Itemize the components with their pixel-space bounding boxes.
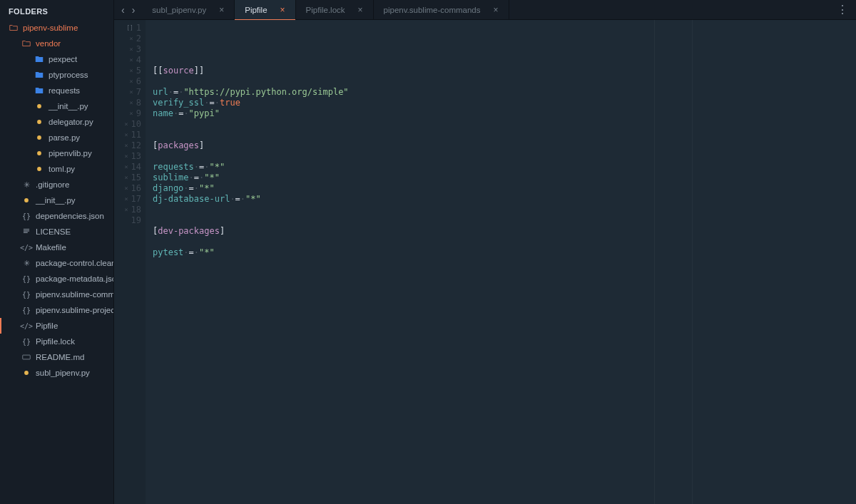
svg-point-4 <box>37 167 41 171</box>
py-icon <box>21 368 31 378</box>
main-area: ‹ › subl_pipenv.py×Pipfile×Pipfile.lock×… <box>114 0 856 504</box>
fold-icon[interactable]: [] <box>126 23 133 34</box>
code-line[interactable] <box>153 205 856 215</box>
code-line[interactable]: verify_ssl·=·true <box>153 98 856 108</box>
tree-item-toml-py[interactable]: toml.py <box>0 161 113 177</box>
code-line[interactable]: sublime·=·"*" <box>153 173 856 183</box>
md-icon <box>21 352 31 362</box>
gutter-line: ×10 <box>114 119 146 130</box>
gutter-line: ×6 <box>114 76 146 87</box>
tree-item-label: pexpect <box>49 55 77 63</box>
gutter-line: ×4 <box>114 55 146 66</box>
gutter-line: ×12 <box>114 140 146 151</box>
modified-mark-icon: × <box>124 205 128 215</box>
tree-item--init-py[interactable]: __init__.py <box>0 98 113 114</box>
line-number: 4 <box>136 55 141 66</box>
code-line[interactable] <box>153 119 856 130</box>
folder-blue-icon <box>34 70 44 80</box>
tree-item-label: pipenvlib.py <box>49 149 92 158</box>
tree-item-label: requests <box>49 86 80 95</box>
tree-item-parse-py[interactable]: parse.py <box>0 130 113 145</box>
code-line[interactable] <box>153 215 856 226</box>
tree-item-label: pipenv.sublime-projec <box>36 306 113 314</box>
line-number: 18 <box>131 205 141 215</box>
tree-item-pipenv-sublime-comm[interactable]: {}pipenv.sublime-comm <box>0 287 113 302</box>
gutter-line: ×13 <box>114 151 146 162</box>
code-line[interactable] <box>153 258 856 269</box>
tree-item-pipfile-lock[interactable]: {}Pipfile.lock <box>0 334 113 349</box>
tree-item-pipfile[interactable]: </>Pipfile <box>0 318 113 334</box>
close-icon[interactable]: × <box>280 5 285 15</box>
code-line[interactable]: [dev-packages] <box>153 226 856 237</box>
code-line[interactable]: pytest·=·"*" <box>153 247 856 258</box>
gutter-line: []1 <box>114 23 146 34</box>
svg-point-2 <box>37 135 41 140</box>
code-line[interactable]: [packages] <box>153 140 856 151</box>
code-line[interactable]: [[source]] <box>153 66 856 76</box>
line-number: 13 <box>131 151 141 162</box>
tab-bar: ‹ › subl_pipenv.py×Pipfile×Pipfile.lock×… <box>114 0 856 20</box>
code-line[interactable]: django·=·"*" <box>153 183 856 194</box>
code-line[interactable]: dj-database-url·=·"*" <box>153 194 856 205</box>
folder-open-icon <box>9 23 19 33</box>
py-icon <box>34 148 44 158</box>
close-icon[interactable]: × <box>494 5 499 15</box>
tree-item-ptyprocess[interactable]: ptyprocess <box>0 67 113 83</box>
tree-item--gitignore[interactable]: ✳.gitignore <box>0 177 113 192</box>
tree-item-readme-md[interactable]: README.md <box>0 349 113 365</box>
svg-point-3 <box>37 151 41 155</box>
tree-item-dependencies-json[interactable]: {}dependencies.json <box>0 208 113 224</box>
tree-item-license[interactable]: LICENSE <box>0 224 113 240</box>
json-icon: {} <box>21 211 31 221</box>
tab-pipenv-sublime-commands[interactable]: pipenv.sublime-commands× <box>374 0 509 19</box>
tree-item-subl-pipenv-py[interactable]: subl_pipenv.py <box>0 365 113 381</box>
line-number: 15 <box>131 173 141 183</box>
tab-pipfile-lock[interactable]: Pipfile.lock× <box>296 0 374 19</box>
tree-item-pipenvlib-py[interactable]: pipenvlib.py <box>0 145 113 161</box>
gutter-line: ×15 <box>114 173 146 183</box>
gutter-line: 19 <box>114 215 146 226</box>
ruler <box>692 20 693 504</box>
editor[interactable]: []1×2×3×4×5×6×7×8×9×10×11×12×13×14×15×16… <box>114 20 856 504</box>
code-line[interactable]: url·=·"https://pypi.python.org/simple" <box>153 87 856 98</box>
tree-item-vendor[interactable]: vendor <box>0 36 113 51</box>
json-icon: {} <box>21 305 31 315</box>
folder-blue-icon <box>34 86 44 96</box>
code-line[interactable]: requests·=·"*" <box>153 162 856 173</box>
tree-item-label: dependencies.json <box>36 212 104 220</box>
py-icon <box>34 117 44 127</box>
tree-item--init-py[interactable]: __init__.py <box>0 192 113 208</box>
gutter-line: ×18 <box>114 205 146 215</box>
code-line[interactable] <box>153 237 856 247</box>
code-area[interactable]: [[source]]url·=·"https://pypi.python.org… <box>146 20 856 504</box>
tree-item-requests[interactable]: requests <box>0 83 113 98</box>
code-line[interactable]: name·=·"pypi" <box>153 108 856 119</box>
overflow-menu-icon[interactable]: ⋮ <box>828 0 856 19</box>
tree-item-pipenv-sublime[interactable]: pipenv-sublime <box>0 20 113 36</box>
code-line[interactable] <box>153 130 856 140</box>
tree-item-label: ptyprocess <box>49 71 88 79</box>
line-number: 1 <box>136 23 141 34</box>
close-icon[interactable]: × <box>219 5 224 15</box>
nav-forward-icon[interactable]: › <box>132 4 136 16</box>
close-icon[interactable]: × <box>358 5 363 15</box>
line-number: 12 <box>131 140 141 151</box>
tab-subl-pipenv-py[interactable]: subl_pipenv.py× <box>142 0 235 19</box>
tab-pipfile[interactable]: Pipfile× <box>235 0 295 19</box>
modified-mark-icon: × <box>129 66 133 76</box>
gutter-line: ×11 <box>114 130 146 140</box>
tree-item-delegator-py[interactable]: delegator.py <box>0 114 113 130</box>
tree-item-pipenv-sublime-projec[interactable]: {}pipenv.sublime-projec <box>0 302 113 318</box>
tab-label: pipenv.sublime-commands <box>384 6 481 14</box>
nav-back-icon[interactable]: ‹ <box>121 4 125 16</box>
tree-item-makefile[interactable]: </>Makefile <box>0 240 113 255</box>
modified-mark-icon: × <box>124 194 128 205</box>
code-line[interactable] <box>153 151 856 162</box>
code-line[interactable] <box>153 76 856 87</box>
tree-item-package-control-clean[interactable]: ✳package-control.clean <box>0 255 113 271</box>
line-number: 11 <box>131 130 141 140</box>
tree-item-label: delegator.py <box>49 118 93 126</box>
tree-item-package-metadata-jso[interactable]: {}package-metadata.jso <box>0 271 113 287</box>
gutter: []1×2×3×4×5×6×7×8×9×10×11×12×13×14×15×16… <box>114 20 146 504</box>
tree-item-pexpect[interactable]: pexpect <box>0 51 113 67</box>
